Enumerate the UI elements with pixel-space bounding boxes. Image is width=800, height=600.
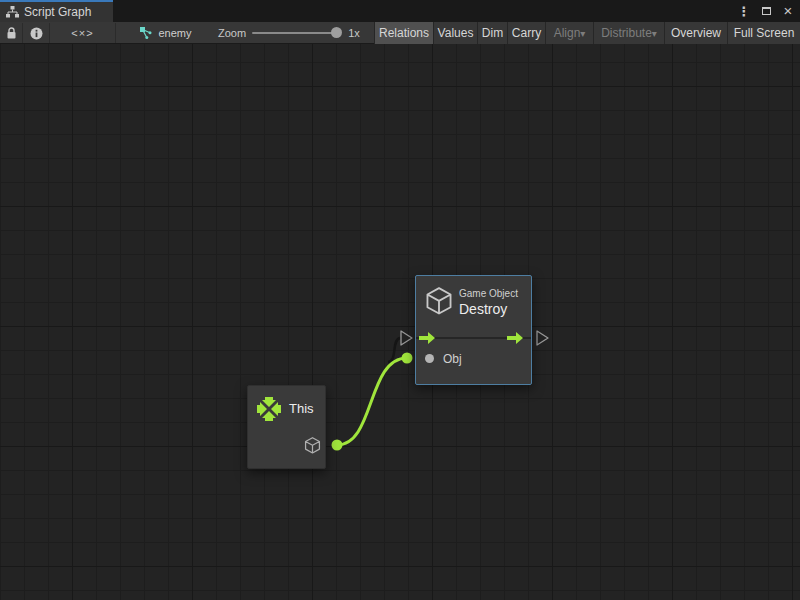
fullscreen-button[interactable]: Full Screen: [727, 22, 800, 44]
window-controls: ⋮ ×: [736, 0, 796, 22]
flow-input-arrow-icon[interactable]: [419, 332, 435, 344]
close-icon[interactable]: ×: [780, 3, 796, 19]
node-title: This: [289, 401, 314, 416]
overview-button[interactable]: Overview: [664, 22, 727, 44]
zoom-slider-track[interactable]: [252, 32, 340, 34]
node-category: Game Object: [459, 288, 518, 299]
code-icon: <×>: [71, 27, 93, 39]
graph-toolbar: <×> enemy Zoom 1x Relations Values Dim C…: [0, 22, 800, 44]
align-dropdown[interactable]: Align: [545, 22, 593, 44]
carry-button[interactable]: Carry: [507, 22, 545, 44]
info-button[interactable]: [23, 22, 49, 44]
values-button[interactable]: Values: [433, 22, 477, 44]
value-connection-wire[interactable]: [337, 358, 407, 445]
game-object-cube-icon: [425, 287, 453, 317]
script-graph-asset-icon: [140, 27, 153, 40]
node-title: Destroy: [459, 301, 507, 317]
script-graph-window: Script Graph ⋮ × <×>: [0, 0, 800, 600]
tab-title: Script Graph: [24, 5, 91, 19]
zoom-value-wrap: 1x: [344, 22, 364, 44]
zoom-label: Zoom: [218, 27, 246, 39]
node-destroy[interactable]: Game Object Destroy Obj: [415, 275, 532, 385]
zoom-slider-handle[interactable]: [331, 27, 342, 38]
maximize-icon[interactable]: [758, 3, 774, 19]
connections-layer: [0, 44, 800, 600]
output-cube-icon[interactable]: [304, 437, 321, 455]
info-icon: [30, 27, 43, 40]
dim-button[interactable]: Dim: [477, 22, 507, 44]
window-menu-icon[interactable]: ⋮: [736, 3, 752, 19]
tab-script-graph[interactable]: Script Graph: [0, 0, 113, 22]
graph-canvas[interactable]: Game Object Destroy Obj This: [0, 44, 800, 600]
obj-input-port[interactable]: [425, 354, 434, 363]
zoom-label-wrap: Zoom: [214, 22, 250, 44]
toolbar-button-group: Relations Values Dim Carry Align Distrib…: [374, 22, 800, 44]
graph-hierarchy-icon: [6, 6, 19, 18]
connection-target-dot[interactable]: [402, 353, 413, 364]
relations-button[interactable]: Relations: [374, 22, 433, 44]
code-view-button[interactable]: <×>: [50, 22, 115, 44]
obj-port-label: Obj: [443, 352, 462, 366]
graph-name: enemy: [158, 27, 191, 39]
graph-reference[interactable]: enemy: [138, 22, 194, 44]
flow-in-triangle-icon[interactable]: [401, 331, 412, 345]
distribute-dropdown[interactable]: Distribute: [593, 22, 664, 44]
titlebar: Script Graph ⋮ ×: [0, 0, 800, 22]
node-this[interactable]: This: [247, 385, 326, 469]
flow-out-triangle-icon[interactable]: [537, 331, 548, 345]
zoom-value: 1x: [348, 27, 360, 39]
flow-output-arrow-icon[interactable]: [507, 332, 523, 344]
connection-source-dot[interactable]: [332, 440, 343, 451]
this-icon: [257, 397, 281, 421]
lock-icon: [6, 27, 17, 40]
lock-button[interactable]: [0, 22, 22, 44]
